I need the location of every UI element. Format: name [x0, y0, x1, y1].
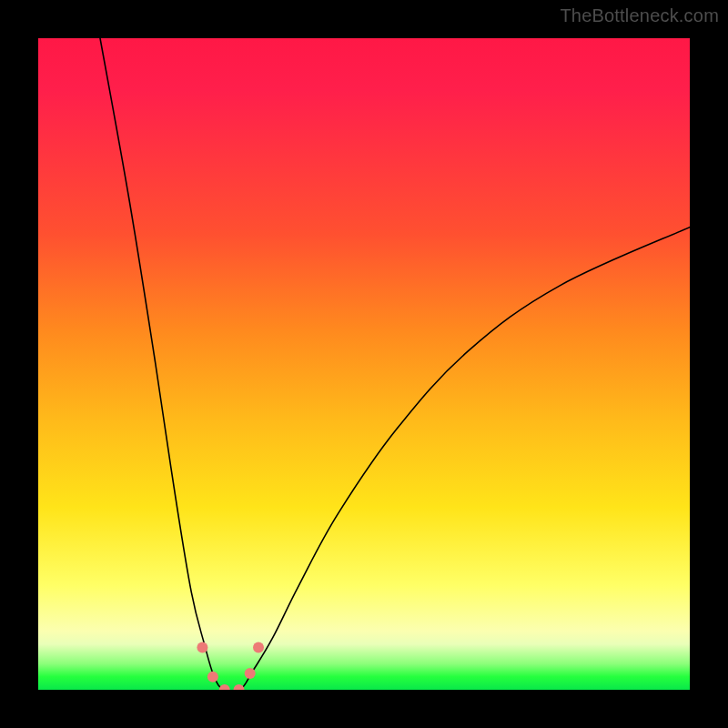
watermark-text: TheBottleneck.com: [560, 5, 719, 26]
bottleneck-curve-path: [100, 38, 690, 690]
curve-marker-4: [245, 668, 256, 679]
chart-frame: TheBottleneck.com: [0, 0, 728, 728]
bottleneck-curve: [100, 38, 690, 690]
curve-svg: [38, 38, 690, 690]
curve-marker-0: [197, 642, 207, 652]
plot-area: [38, 38, 690, 690]
curve-marker-1: [207, 672, 218, 682]
curve-markers: [197, 642, 264, 690]
curve-marker-3: [234, 684, 245, 690]
curve-marker-2: [219, 684, 230, 690]
curve-marker-5: [253, 642, 264, 652]
